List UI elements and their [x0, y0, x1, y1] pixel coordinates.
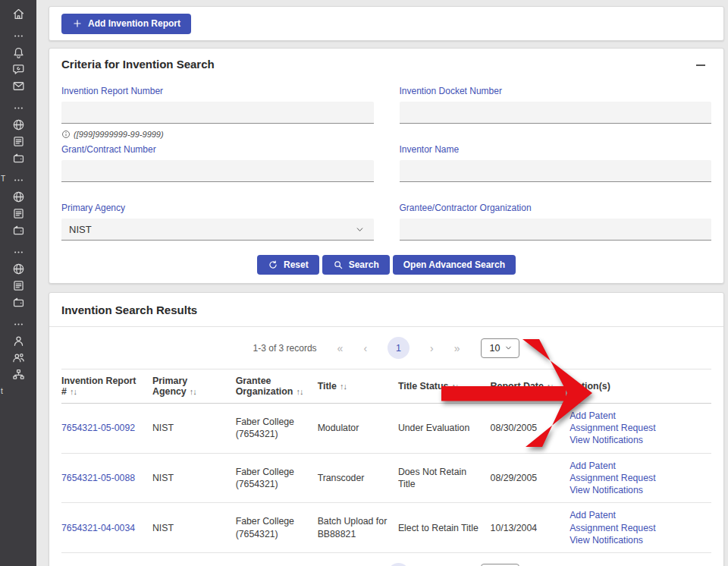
field-invention-report-number: Invention Report Number ([999]9999999-99… — [61, 86, 374, 124]
home-icon[interactable] — [0, 5, 36, 22]
format-hint-text: ([999]9999999-99-9999) — [74, 130, 164, 139]
grantee-organization-cell: Faber College (7654321) — [236, 460, 318, 496]
mail-icon[interactable] — [0, 77, 36, 94]
current-page-button[interactable]: 1 — [388, 563, 410, 566]
view-notifications-link[interactable]: View Notifications — [570, 484, 705, 496]
reset-button[interactable]: Reset — [257, 255, 319, 275]
invention-docket-number-input[interactable] — [400, 102, 712, 124]
person-icon[interactable] — [0, 332, 36, 349]
invention-report-link[interactable]: 7654321-05-0088 — [61, 473, 135, 483]
plus-icon — [72, 18, 83, 29]
column-header-title[interactable]: Title↑↓ — [318, 376, 398, 396]
column-header-report-date[interactable]: Report Date↑↓ — [491, 376, 570, 396]
collapse-panel-button[interactable] — [695, 59, 707, 71]
chat-icon[interactable] — [0, 61, 36, 77]
invention-report-number-input[interactable] — [61, 102, 374, 124]
view-notifications-link[interactable]: View Notifications — [570, 434, 705, 446]
actions-cell: Add Patent Assignment Request View Notif… — [570, 503, 711, 552]
document-icon[interactable] — [0, 133, 36, 149]
document-icon[interactable] — [0, 277, 36, 294]
assignment-request-link[interactable]: Assignment Request — [570, 522, 705, 534]
primary-agency-select[interactable]: NIST — [61, 219, 374, 241]
wallet-icon[interactable] — [0, 222, 36, 238]
document-icon[interactable] — [0, 205, 36, 222]
first-page-icon[interactable]: « — [337, 343, 344, 354]
add-invention-report-button[interactable]: Add Invention Report — [61, 14, 191, 34]
globe-icon[interactable] — [0, 260, 36, 277]
grantee-organization-cell: Faber College (7654321) — [236, 410, 318, 446]
sidebar-icon-group — [0, 171, 36, 238]
people-icon[interactable] — [0, 349, 36, 366]
bell-icon[interactable] — [0, 44, 36, 61]
sidebar — [0, 0, 36, 566]
report-date-cell: 08/30/2005 — [491, 416, 570, 440]
inventor-name-label: Inventor Name — [400, 144, 712, 155]
wallet-icon[interactable] — [0, 294, 36, 310]
inventor-name-input[interactable] — [400, 160, 712, 182]
assignment-request-link[interactable]: Assignment Request — [570, 472, 705, 484]
table-row: 7654321-04-0034 NIST Faber College (7654… — [61, 503, 711, 553]
primary-agency-cell: NIST — [152, 516, 236, 540]
primary-agency-cell: NIST — [152, 466, 236, 490]
column-header-grantee-organization[interactable]: Grantee Organization↑↓ — [236, 371, 318, 401]
primary-agency-label: Primary Agency — [61, 203, 374, 213]
open-advanced-search-button[interactable]: Open Advanced Search — [393, 255, 516, 275]
org-chart-icon[interactable] — [0, 366, 36, 382]
ellipsis-icon[interactable] — [0, 27, 36, 44]
reset-label: Reset — [284, 259, 309, 270]
invention-report-link[interactable]: 7654321-04-0034 — [61, 523, 135, 533]
column-header-actions: Action(s) — [570, 376, 711, 396]
grantee-contractor-organization-input[interactable] — [400, 219, 712, 241]
add-patent-link[interactable]: Add Patent — [570, 460, 705, 472]
criteria-panel: Criteria for Invention Search Invention … — [49, 48, 724, 284]
report-date-cell: 08/29/2005 — [491, 466, 570, 490]
column-header-invention-report-number[interactable]: Invention Report #↑↓ — [61, 371, 152, 401]
view-notifications-link[interactable]: View Notifications — [570, 534, 705, 546]
sort-icon: ↑↓ — [296, 387, 303, 396]
globe-icon[interactable] — [0, 116, 36, 133]
wallet-icon[interactable] — [0, 149, 36, 166]
ellipsis-icon[interactable] — [0, 316, 36, 332]
sidebar-edge-text-fragment: t — [1, 387, 3, 395]
chevron-down-icon — [504, 344, 513, 352]
records-summary: 1-3 of 3 records — [253, 343, 317, 354]
column-header-title-status[interactable]: Title Status↑↓ — [398, 376, 491, 396]
chevron-down-icon — [355, 225, 365, 234]
primary-agency-value: NIST — [69, 224, 92, 235]
refresh-icon — [268, 259, 278, 270]
ellipsis-icon[interactable] — [0, 244, 36, 260]
page-size-value: 10 — [490, 343, 500, 354]
title-status-cell: Elect to Retain Title — [398, 516, 491, 540]
pagination-top: 1-3 of 3 records « ‹ 1 › » 10 — [49, 327, 723, 369]
add-patent-link[interactable]: Add Patent — [570, 509, 705, 521]
column-header-primary-agency[interactable]: Primary Agency↑↓ — [152, 371, 236, 401]
ellipsis-icon[interactable] — [0, 99, 36, 116]
previous-page-icon[interactable]: ‹ — [363, 343, 367, 354]
title-cell: Batch Upload for BB88821 — [318, 509, 398, 546]
report-date-cell: 10/13/2004 — [491, 516, 570, 540]
grantee-organization-cell: Faber College (7654321) — [236, 509, 318, 546]
last-page-icon[interactable]: » — [454, 343, 460, 354]
sort-icon: ↑↓ — [340, 382, 347, 391]
page-size-select[interactable]: 10 — [481, 338, 520, 358]
results-panel: Invention Search Results 1-3 of 3 record… — [49, 292, 724, 566]
assignment-request-link[interactable]: Assignment Request — [570, 422, 705, 434]
grant-contract-number-input[interactable] — [61, 160, 374, 182]
primary-agency-cell: NIST — [152, 416, 236, 440]
next-page-icon[interactable]: › — [430, 343, 434, 354]
search-button[interactable]: Search — [322, 255, 390, 275]
criteria-actions: Reset Search Open Advanced Search — [61, 255, 711, 275]
grantee-contractor-organization-label: Grantee/Contractor Organization — [400, 203, 712, 213]
toolbar-card: Add Invention Report — [49, 6, 724, 41]
ellipsis-icon[interactable] — [0, 171, 36, 188]
globe-icon[interactable] — [0, 188, 36, 205]
field-grant-contract-number: Grant/Contract Number — [61, 144, 374, 182]
sidebar-icon-group — [0, 27, 36, 94]
sort-icon: ↑↓ — [547, 382, 554, 391]
add-invention-report-label: Add Invention Report — [88, 18, 180, 29]
field-inventor-name: Inventor Name — [400, 144, 712, 182]
table-header-row: Invention Report #↑↓ Primary Agency↑↓ Gr… — [61, 369, 711, 404]
invention-report-link[interactable]: 7654321-05-0092 — [61, 423, 135, 433]
current-page-button[interactable]: 1 — [388, 337, 410, 359]
add-patent-link[interactable]: Add Patent — [570, 410, 705, 422]
